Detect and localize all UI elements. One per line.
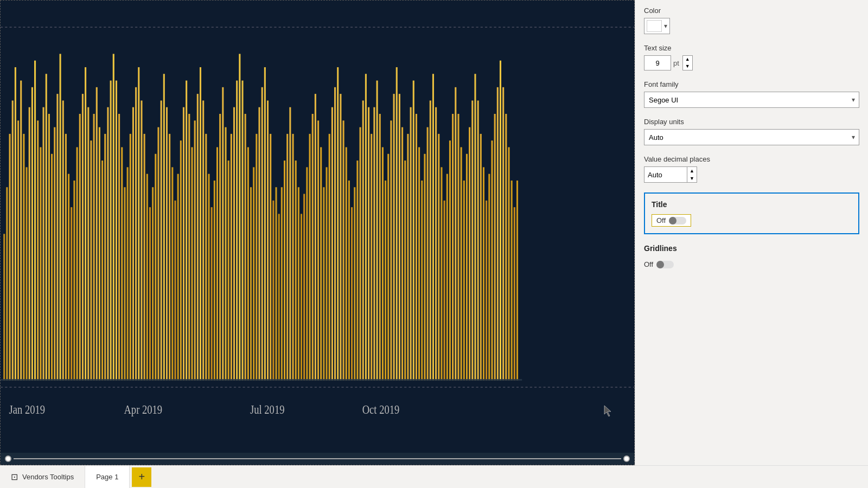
svg-rect-184 <box>514 207 515 381</box>
svg-rect-97 <box>270 134 271 381</box>
value-decimal-section: Value decimal places ▲ ▼ <box>644 155 859 183</box>
svg-rect-138 <box>385 181 386 381</box>
svg-rect-86 <box>239 54 240 380</box>
spinner-down[interactable]: ▼ <box>683 63 692 70</box>
svg-rect-46 <box>127 167 129 380</box>
svg-rect-118 <box>329 134 330 381</box>
svg-rect-78 <box>216 147 218 380</box>
svg-rect-124 <box>346 147 347 380</box>
svg-rect-55 <box>152 187 154 381</box>
page1-tab-label: Page 1 <box>96 473 118 481</box>
svg-rect-142 <box>396 67 398 381</box>
svg-rect-24 <box>65 134 67 381</box>
svg-rect-49 <box>135 87 137 381</box>
svg-rect-32 <box>87 107 89 381</box>
font-family-select[interactable]: Segoe UI Arial Calibri <box>644 92 859 108</box>
svg-rect-39 <box>107 107 108 381</box>
svg-rect-14 <box>37 120 39 380</box>
svg-rect-167 <box>466 154 468 381</box>
svg-rect-185 <box>516 181 518 381</box>
title-section: Title Off <box>644 192 859 234</box>
spinner-up[interactable]: ▲ <box>683 56 692 63</box>
svg-rect-133 <box>371 134 372 381</box>
scroll-handle-left[interactable] <box>5 455 11 462</box>
svg-rect-77 <box>214 181 215 381</box>
svg-rect-99 <box>275 187 277 381</box>
svg-rect-131 <box>365 74 367 381</box>
svg-rect-106 <box>295 160 297 381</box>
gridlines-toggle-button[interactable]: Off <box>644 260 859 268</box>
svg-rect-67 <box>186 81 187 381</box>
color-picker-button[interactable]: ▾ <box>644 18 670 34</box>
decimal-spinner-down[interactable]: ▼ <box>687 175 697 182</box>
svg-rect-162 <box>452 114 454 381</box>
svg-rect-29 <box>79 114 81 381</box>
svg-rect-41 <box>113 54 114 380</box>
svg-rect-120 <box>334 87 336 381</box>
value-decimal-spinner[interactable]: ▲ ▼ <box>687 166 697 183</box>
svg-rect-130 <box>362 100 364 380</box>
decimal-spinner-up[interactable]: ▲ <box>687 167 697 175</box>
svg-rect-155 <box>432 74 434 381</box>
svg-rect-11 <box>29 107 30 381</box>
svg-rect-82 <box>228 160 229 381</box>
svg-rect-139 <box>387 154 389 381</box>
display-units-select[interactable]: Auto None Thousands Millions <box>644 129 859 145</box>
value-decimal-input[interactable] <box>644 166 687 183</box>
svg-rect-12 <box>31 87 33 381</box>
svg-rect-156 <box>435 107 437 381</box>
svg-rect-72 <box>200 67 201 381</box>
svg-rect-2 <box>3 234 5 380</box>
tab-vendors-tooltips[interactable]: ⊡ Vendors Tooltips <box>0 466 85 488</box>
svg-text:Apr 2019: Apr 2019 <box>124 403 162 417</box>
svg-rect-153 <box>427 127 429 381</box>
svg-rect-101 <box>281 187 283 381</box>
svg-rect-42 <box>116 81 117 381</box>
svg-rect-146 <box>407 134 409 381</box>
chart-scrollbar[interactable] <box>1 453 634 465</box>
tab-page-1[interactable]: Page 1 <box>85 466 130 488</box>
svg-rect-115 <box>320 147 322 380</box>
svg-rect-160 <box>446 174 448 381</box>
svg-rect-110 <box>306 167 308 380</box>
svg-rect-89 <box>247 147 249 380</box>
svg-rect-122 <box>340 94 341 381</box>
svg-rect-6 <box>15 67 16 381</box>
color-section: Color ▾ <box>644 7 859 34</box>
svg-rect-175 <box>488 174 490 381</box>
text-size-row: pt ▲ ▼ <box>644 55 859 70</box>
svg-rect-25 <box>68 174 69 381</box>
svg-rect-13 <box>34 61 36 381</box>
svg-rect-173 <box>483 167 484 380</box>
svg-rect-48 <box>132 107 134 381</box>
chart-container: Jan 2019 Apr 2019 Jul 2019 Oct 2019 <box>0 0 635 465</box>
svg-rect-94 <box>261 87 263 381</box>
svg-rect-27 <box>73 181 75 381</box>
svg-rect-169 <box>471 100 473 380</box>
gridlines-header: Gridlines <box>644 244 859 253</box>
main-area: Jan 2019 Apr 2019 Jul 2019 Oct 2019 Colo… <box>0 0 868 465</box>
svg-rect-127 <box>354 187 355 381</box>
svg-rect-180 <box>502 87 504 381</box>
font-family-label: Font family <box>644 80 859 88</box>
text-size-spinner[interactable]: ▲ ▼ <box>682 55 693 70</box>
svg-rect-83 <box>231 134 232 381</box>
svg-rect-90 <box>250 187 252 381</box>
svg-rect-126 <box>351 207 353 381</box>
svg-rect-8 <box>20 81 22 381</box>
svg-rect-168 <box>469 127 470 381</box>
svg-rect-181 <box>505 114 507 381</box>
svg-rect-38 <box>104 134 106 381</box>
add-tab-button[interactable]: + <box>132 467 151 487</box>
svg-rect-174 <box>486 201 487 381</box>
title-toggle-button[interactable]: Off <box>652 214 691 227</box>
svg-rect-60 <box>166 107 168 381</box>
svg-rect-154 <box>430 100 431 380</box>
svg-rect-135 <box>376 81 378 381</box>
scroll-handle-right[interactable] <box>623 455 630 462</box>
svg-rect-114 <box>317 120 319 380</box>
svg-rect-31 <box>85 67 86 381</box>
svg-rect-165 <box>461 147 462 380</box>
text-size-input[interactable] <box>644 55 671 70</box>
svg-rect-54 <box>149 207 151 381</box>
